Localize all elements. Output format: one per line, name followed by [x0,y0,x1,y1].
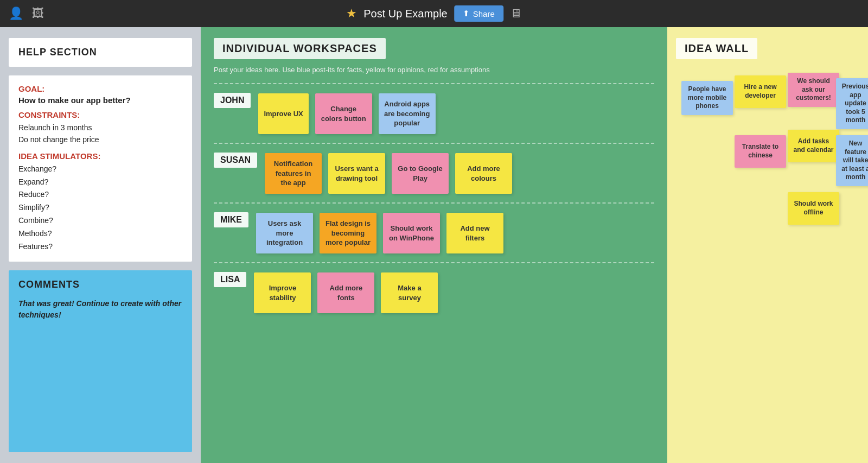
idea-note: People have more mobile phones [681,81,733,115]
comments-card: COMMENTS That was great! Continue to cre… [9,270,192,452]
susan-post-its: Notification features in the app Users w… [265,153,512,194]
post-it: Add more fonts [317,272,374,313]
star-icon[interactable]: ★ [346,7,357,21]
post-it: Improve UX [258,93,308,134]
center-header-card: INDIVIDUAL WORKSPACES [214,38,386,59]
share-icon: ⬆ [463,9,470,18]
share-button[interactable]: ⬆ Share [454,5,503,22]
stimulators-label: IDEA STIMULATORS: [18,151,182,161]
row-label-susan: SUSAN [214,153,257,168]
help-section-header: HELP SECTION [9,38,192,67]
goal-label: GOAL: [18,84,182,93]
workspace-row-john: JOHN Improve UX Change colors button And… [214,83,654,143]
row-label-lisa: LISA [214,272,246,287]
center-title: INDIVIDUAL WORKSPACES [222,42,377,54]
idea-note: Previous app update took 5 month [836,78,868,129]
main-layout: HELP SECTION GOAL: How to make our app b… [0,27,868,463]
idea-note: We should ask our customers! [788,73,839,107]
workspace-row-susan: SUSAN Notification features in the app U… [214,143,654,202]
idea-note: Should work offline [788,192,839,225]
constraints-text: Relaunch in 3 months Do not change the p… [18,122,182,146]
goal-text: How to make our app better? [18,96,182,105]
constraints-label: CONSTRAINTS: [18,110,182,119]
idea-note: Add tasks and calendar [788,130,839,162]
center-subtitle: Post your ideas here. Use blue post-its … [214,65,654,75]
post-it: Should work on WinPhone [383,213,440,253]
post-it: Flat design is becoming more popular [320,213,376,253]
idea-wall-title: IDEA WALL [685,42,749,54]
post-it: Make a survey [381,272,438,313]
goal-card: GOAL: How to make our app better? CONSTR… [9,75,192,262]
idea-note: Translate to chinese [735,135,786,168]
post-it: Improve stability [254,272,311,313]
user-icon[interactable]: 👤 [9,7,23,21]
idea-note: Hire a new developer [735,75,786,108]
top-navigation: 👤 🖼 ★ Post Up Example ⬆ Share 🖥 [0,0,868,27]
post-it: Go to Google Play [392,153,449,194]
idea-wall-notes: People have more mobile phones Hire a ne… [676,70,859,452]
mike-post-its: Users ask more integration Flat design i… [256,213,503,253]
help-title: HELP SECTION [18,47,97,58]
idea-wall-header: IDEA WALL [676,38,757,59]
comments-title: COMMENTS [18,279,182,290]
center-panel: INDIVIDUAL WORKSPACES Post your ideas he… [201,27,667,463]
idea-note: New feature will take at least a month [836,135,868,186]
john-post-its: Improve UX Change colors button Android … [258,93,435,134]
comments-text: That was great! Continue to create with … [18,298,182,321]
right-panel: IDEA WALL People have more mobile phones… [667,27,868,463]
present-icon[interactable]: 🖥 [510,7,522,21]
post-it: Add more colours [455,153,512,194]
lisa-post-its: Improve stability Add more fonts Make a … [254,272,438,313]
stimulators-text: Exchange? Expand? Reduce? Simplify? Comb… [18,163,182,253]
workspace-row-lisa: LISA Improve stability Add more fonts Ma… [214,262,654,322]
post-it: Android apps are becoming popular [379,93,436,134]
page-title: Post Up Example [363,8,448,20]
row-label-john: JOHN [214,93,251,108]
workspace-row-mike: MIKE Users ask more integration Flat des… [214,202,654,262]
row-label-mike: MIKE [214,212,248,227]
post-it: Users want a drawing tool [328,153,385,194]
left-panel: HELP SECTION GOAL: How to make our app b… [0,27,201,463]
post-it: Notification features in the app [265,153,322,194]
gallery-icon[interactable]: 🖼 [32,7,44,21]
post-it: Add new filters [446,213,503,253]
post-it: Change colors button [315,93,372,134]
workspace-area: JOHN Improve UX Change colors button And… [214,83,654,453]
post-it: Users ask more integration [256,213,313,253]
